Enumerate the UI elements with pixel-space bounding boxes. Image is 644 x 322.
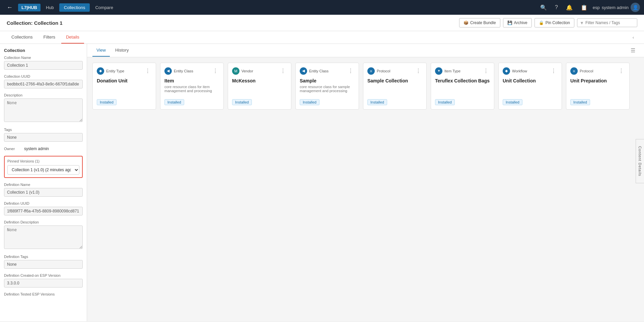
tab-collections[interactable]: Collections (7, 31, 38, 44)
card-title-7: Unit Preparation (570, 78, 625, 83)
card-header-3: ◀ Entity Class ⋮ (300, 67, 355, 75)
card-badge-0: Installed (97, 99, 117, 105)
definition-esp-version-label: Definition Created-on ESP Version (4, 273, 83, 277)
filter-input[interactable] (577, 18, 637, 27)
card-type-2: M Vendor (232, 67, 253, 75)
pinned-versions-box: Pinned Versions (1) Collection 1 (v1.0) … (4, 156, 83, 178)
collection-uuid-field: Collection UUID (4, 74, 83, 88)
sidebar-section-title: Collection (4, 48, 83, 53)
card-menu-button-2[interactable]: ⋮ (279, 67, 287, 75)
definition-name-input[interactable] (4, 188, 83, 197)
search-icon-button[interactable]: 🔍 (538, 3, 550, 12)
user-avatar[interactable]: 👤 (631, 3, 640, 12)
card-badge-5: Installed (435, 99, 455, 105)
clipboard-icon-button[interactable]: 📋 (578, 3, 590, 12)
collection-uuid-label: Collection UUID (4, 74, 83, 78)
card-type-7: ≡ Protocol (570, 67, 593, 75)
card-header-6: ◆ Workflow ⋮ (503, 67, 558, 75)
definition-esp-version-input[interactable] (4, 279, 83, 287)
definition-uuid-input[interactable] (4, 207, 83, 215)
card-item[interactable]: ≡ Protocol ⋮ Unit Preparation Installed (566, 63, 630, 110)
card-menu-button-1[interactable]: ⋮ (211, 67, 219, 75)
sub-tabs: Collections Filters Details ‹ (0, 31, 644, 44)
pin-collection-button[interactable]: 🔒 Pin Collection (534, 18, 574, 27)
card-type-icon-7: ≡ (570, 67, 578, 75)
card-menu-button-7[interactable]: ⋮ (617, 67, 625, 75)
tab-filters[interactable]: Filters (39, 31, 60, 44)
card-type-icon-0: ◆ (97, 67, 104, 75)
card-menu-button-5[interactable]: ⋮ (482, 67, 490, 75)
archive-button[interactable]: 💾 Archive (503, 18, 532, 27)
definition-tags-input[interactable] (4, 260, 83, 269)
definition-description-field: Definition Description None (4, 220, 83, 250)
card-menu-button-0[interactable]: ⋮ (144, 67, 152, 75)
card-title-1: Item (164, 78, 219, 83)
compare-nav-button[interactable]: Compare (92, 4, 116, 11)
card-menu-button-6[interactable]: ⋮ (550, 67, 558, 75)
logo[interactable]: L7|HUB (18, 4, 41, 11)
card-item[interactable]: ◀ Entity Class ⋮ Item core resource clas… (160, 63, 224, 110)
tab-view[interactable]: View (92, 44, 110, 57)
card-menu-button-3[interactable]: ⋮ (347, 67, 355, 75)
help-icon-button[interactable]: ? (552, 3, 561, 12)
content-details-panel[interactable]: Content Details (636, 139, 644, 183)
collection-name-input[interactable] (4, 61, 83, 70)
definition-description-textarea[interactable]: None (4, 226, 83, 249)
create-bundle-icon: 📦 (463, 20, 469, 25)
description-label: Description (4, 93, 83, 97)
card-type-label-0: Entity Type (106, 69, 124, 73)
card-type-0: ◆ Entity Type (97, 67, 124, 75)
card-header-1: ◀ Entity Class ⋮ (164, 67, 219, 75)
card-badge-7: Installed (570, 99, 590, 105)
tab-details[interactable]: Details (61, 31, 84, 44)
page-title: Collection: Collection 1 (7, 20, 63, 26)
filter-icon: ▼ (580, 20, 584, 25)
card-description-3: core resource class for sample managemen… (300, 85, 355, 96)
card-type-icon-6: ◆ (503, 67, 510, 75)
notifications-icon-button[interactable]: 🔔 (563, 3, 575, 12)
card-item[interactable]: ◀ Entity Class ⋮ Sample core resource cl… (295, 63, 359, 110)
card-description-empty-5 (435, 85, 490, 96)
owner-row: Owner system admin (4, 146, 83, 151)
card-menu-button-4[interactable]: ⋮ (414, 67, 422, 75)
card-type-6: ◆ Workflow (503, 67, 527, 75)
archive-icon: 💾 (507, 20, 512, 25)
card-description-empty-0 (97, 85, 152, 96)
cards-grid: ◆ Entity Type ⋮ Donation Unit Installed … (87, 57, 644, 115)
pin-collection-label: Pin Collection (546, 20, 570, 25)
main-layout: Collection Collection Name Collection UU… (0, 44, 644, 321)
collapse-sidebar-button[interactable]: ‹ (629, 31, 637, 43)
card-description-empty-7 (570, 85, 625, 96)
archive-label: Archive (514, 20, 527, 25)
collections-nav-button[interactable]: Collections (59, 3, 90, 12)
card-item[interactable]: ◆ Entity Type ⋮ Donation Unit Installed (92, 63, 156, 110)
card-badge-2: Installed (232, 99, 252, 105)
back-button[interactable]: ← (4, 3, 15, 12)
user-info: esp system admin 👤 (593, 3, 640, 12)
pinned-versions-select[interactable]: Collection 1 (v1.0) (2 minutes ago) (7, 165, 79, 175)
create-bundle-button[interactable]: 📦 Create Bundle (459, 18, 500, 27)
description-field: Description None (4, 93, 83, 123)
card-item[interactable]: ✦ Item Type ⋮ Teruflex Collection Bags I… (431, 63, 494, 110)
collection-uuid-input[interactable] (4, 80, 83, 88)
owner-value: system admin (24, 146, 49, 151)
definition-name-label: Definition Name (4, 183, 83, 187)
tags-input[interactable] (4, 133, 83, 142)
card-badge-3: Installed (300, 99, 319, 105)
card-header-2: M Vendor ⋮ (232, 67, 287, 75)
card-type-label-4: Protocol (377, 69, 390, 73)
card-description-empty-6 (503, 85, 558, 96)
card-item[interactable]: ≡ Protocol ⋮ Sample Collection Installed (363, 63, 427, 110)
tab-history[interactable]: History (111, 44, 133, 57)
card-title-5: Teruflex Collection Bags (435, 78, 490, 83)
hub-nav-button[interactable]: Hub (43, 4, 57, 11)
card-type-label-3: Entity Class (309, 69, 329, 73)
card-type-1: ◀ Entity Class (164, 67, 193, 75)
card-type-4: ≡ Protocol (367, 67, 390, 75)
card-title-4: Sample Collection (367, 78, 422, 83)
card-item[interactable]: ◆ Workflow ⋮ Unit Collection Installed (498, 63, 562, 110)
card-item[interactable]: M Vendor ⋮ McKesson Installed (228, 63, 291, 110)
description-textarea[interactable]: None (4, 99, 83, 122)
view-options-button[interactable]: ☰ (627, 44, 639, 57)
card-type-icon-4: ≡ (367, 67, 375, 75)
